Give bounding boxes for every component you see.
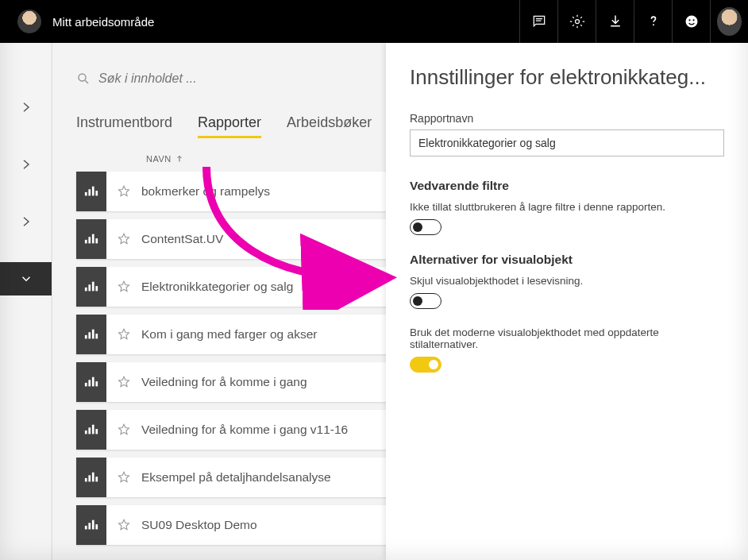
sort-asc-icon xyxy=(175,154,184,164)
svg-rect-33 xyxy=(95,477,98,481)
report-row[interactable]: ContentSat.UV xyxy=(76,219,394,259)
left-nav-rail xyxy=(0,43,52,560)
report-name: Veiledning for å komme i gang xyxy=(141,375,307,389)
modern-header-toggle[interactable] xyxy=(410,357,441,373)
report-type-icon xyxy=(76,505,106,545)
report-name: Kom i gang med farger og akser xyxy=(141,327,317,342)
modern-header-text: Bruk det moderne visualobjekthodet med o… xyxy=(410,326,724,350)
svg-rect-6 xyxy=(85,192,87,196)
tab-dashboards[interactable]: Instrumentbord xyxy=(76,114,172,138)
tab-workbooks[interactable]: Arbeidsbøker xyxy=(287,114,372,138)
persistent-filters-text: Ikke tillat sluttbrukeren å lagre filtre… xyxy=(410,201,724,213)
report-name: Veiledning for å komme i gang v11-16 xyxy=(141,423,348,437)
search-input[interactable] xyxy=(98,71,337,86)
svg-rect-13 xyxy=(95,238,98,243)
svg-rect-14 xyxy=(85,288,87,292)
svg-point-5 xyxy=(79,74,86,81)
svg-rect-23 xyxy=(88,380,91,386)
svg-rect-18 xyxy=(85,335,87,339)
help-icon[interactable] xyxy=(634,0,672,43)
column-name-label: NAVN xyxy=(146,154,172,164)
persistent-filters-heading: Vedvarende filtre xyxy=(410,179,724,193)
report-name: SU09 Desktop Demo xyxy=(141,518,257,532)
favorite-star-icon[interactable] xyxy=(106,280,141,294)
svg-point-4 xyxy=(692,19,694,21)
report-type-icon xyxy=(76,267,106,307)
report-name-input[interactable] xyxy=(410,129,724,156)
report-row[interactable]: Kom i gang med farger og akser xyxy=(76,315,394,354)
report-name: Elektronikkategorier og salg xyxy=(141,280,293,294)
settings-gear-icon[interactable] xyxy=(557,0,596,43)
settings-panel: Innstillinger for elektronikkateg... Rap… xyxy=(386,43,748,560)
download-icon[interactable] xyxy=(596,0,634,43)
top-bar: Mitt arbeidsområde xyxy=(0,0,748,43)
svg-rect-34 xyxy=(85,526,87,530)
report-row[interactable]: Veiledning for å komme i gang v11-16 xyxy=(76,410,394,450)
svg-rect-15 xyxy=(88,284,91,291)
svg-rect-31 xyxy=(88,475,91,481)
favorite-star-icon[interactable] xyxy=(106,375,141,389)
persistent-filters-toggle[interactable] xyxy=(410,219,441,235)
report-type-icon xyxy=(76,410,106,450)
svg-point-2 xyxy=(685,16,697,28)
svg-rect-35 xyxy=(88,523,91,529)
comments-icon[interactable] xyxy=(519,0,557,43)
favorite-star-icon[interactable] xyxy=(106,232,141,246)
visual-options-heading: Alternativer for visualobjekt xyxy=(410,253,724,267)
svg-rect-22 xyxy=(85,383,87,387)
report-row[interactable]: Veiledning for å komme i gang xyxy=(76,362,394,402)
svg-rect-9 xyxy=(95,191,98,195)
report-name: bokmerker og rampelys xyxy=(141,184,270,199)
report-name: ContentSat.UV xyxy=(141,232,223,246)
svg-rect-26 xyxy=(85,431,87,434)
search-icon xyxy=(76,71,91,86)
svg-rect-7 xyxy=(88,189,91,195)
workspace-title: Mitt arbeidsområde xyxy=(52,15,519,29)
svg-rect-16 xyxy=(92,282,94,292)
report-name: Eksempel på detaljhandelsanalyse xyxy=(141,470,331,485)
hide-visual-header-toggle[interactable] xyxy=(410,293,441,309)
tab-reports[interactable]: Rapporter xyxy=(198,114,261,138)
svg-rect-24 xyxy=(92,377,94,387)
favorite-star-icon[interactable] xyxy=(106,423,141,437)
report-row[interactable]: Elektronikkategorier og salg xyxy=(76,267,394,307)
svg-rect-8 xyxy=(92,187,94,196)
svg-rect-36 xyxy=(92,520,94,530)
favorite-star-icon[interactable] xyxy=(106,327,141,342)
workspace-avatar xyxy=(17,10,41,33)
report-row[interactable]: bokmerker og rampelys xyxy=(76,172,394,211)
svg-rect-21 xyxy=(95,334,98,338)
svg-rect-19 xyxy=(88,332,91,338)
svg-rect-11 xyxy=(88,237,91,243)
search-row[interactable] xyxy=(76,71,362,86)
report-type-icon xyxy=(76,315,106,354)
user-avatar[interactable] xyxy=(710,0,748,43)
favorite-star-icon[interactable] xyxy=(106,518,141,532)
svg-rect-27 xyxy=(88,427,91,434)
favorite-star-icon[interactable] xyxy=(106,470,141,485)
report-type-icon xyxy=(76,219,106,259)
rail-item-1[interactable] xyxy=(0,91,52,124)
svg-rect-29 xyxy=(95,429,98,434)
report-row[interactable]: SU09 Desktop Demo xyxy=(76,505,394,545)
feedback-smiley-icon[interactable] xyxy=(672,0,710,43)
hide-visual-header-text: Skjul visualobjekthodet i lesevisning. xyxy=(410,275,724,287)
svg-point-1 xyxy=(653,24,654,25)
report-row[interactable]: Eksempel på detaljhandelsanalyse xyxy=(76,458,394,497)
svg-rect-37 xyxy=(95,524,98,529)
topbar-actions xyxy=(519,0,748,43)
svg-rect-30 xyxy=(85,478,87,482)
svg-rect-20 xyxy=(92,330,94,339)
report-type-icon xyxy=(76,458,106,497)
rail-item-2[interactable] xyxy=(0,148,52,181)
rail-item-3[interactable] xyxy=(0,205,52,238)
report-name-label: Rapportnavn xyxy=(410,112,724,125)
svg-rect-32 xyxy=(92,473,94,482)
report-type-icon xyxy=(76,172,106,211)
svg-rect-25 xyxy=(95,381,98,386)
svg-rect-10 xyxy=(85,240,87,244)
favorite-star-icon[interactable] xyxy=(106,184,141,199)
svg-point-3 xyxy=(688,19,690,21)
rail-item-4-selected[interactable] xyxy=(0,262,52,295)
svg-rect-17 xyxy=(95,286,98,291)
